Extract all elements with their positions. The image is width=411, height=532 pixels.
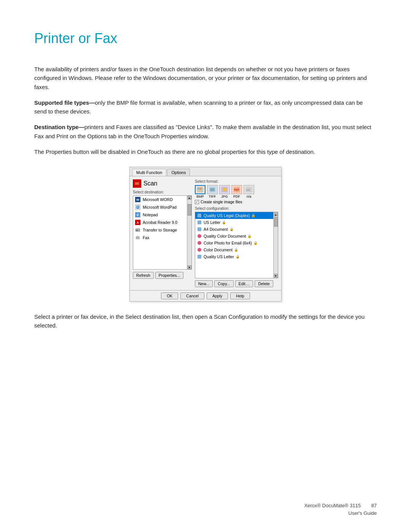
config-item-quality-us-letter[interactable]: Quality US Letter 🔒	[195, 253, 278, 260]
footer-brand: Xerox® DocuMate® 3115 87	[304, 502, 377, 510]
notepad-icon	[135, 212, 141, 218]
format-tiff[interactable]: TIFF	[207, 185, 218, 198]
config-item-us-letter[interactable]: US Letter 🔒	[195, 219, 278, 226]
delete-button[interactable]: Delete	[255, 280, 273, 287]
scan-app-icon	[133, 179, 141, 188]
checkbox-label: Create single image files	[201, 200, 242, 204]
dest-item-storage[interactable]: Transfer to Storage	[133, 226, 191, 234]
dest-item-acrobat-label: Acrobat Reader 9.0	[143, 220, 177, 225]
paragraph-2: Supported file types—only the BMP file f…	[34, 98, 377, 116]
config-item-quality-color[interactable]: Quality Color Document 🔒	[195, 233, 278, 240]
format-bmp[interactable]: BMP	[195, 185, 206, 198]
refresh-button[interactable]: Refresh	[133, 272, 154, 279]
copy-button[interactable]: Copy...	[214, 280, 233, 287]
lock-icon-2: 🔒	[229, 227, 234, 231]
svg-rect-12	[137, 236, 139, 237]
svg-rect-9	[136, 229, 140, 230]
storage-icon	[135, 227, 141, 233]
lock-icon-6: 🔒	[236, 255, 240, 259]
dest-item-wordpad[interactable]: Microsoft WordPad	[133, 203, 191, 211]
config-label-3: Quality Color Document	[204, 234, 246, 238]
ok-button[interactable]: OK	[161, 292, 178, 299]
svg-point-29	[198, 241, 201, 245]
svg-rect-25	[198, 214, 201, 217]
dialog-tab-bar: Multi Function Options	[130, 167, 281, 176]
svg-rect-31	[198, 255, 201, 259]
config-item-color-photo[interactable]: Color Photo for Email (6x4) 🔒	[195, 240, 278, 246]
single-image-checkbox[interactable]: ✓	[195, 200, 199, 204]
tab-multi-function[interactable]: Multi Function	[132, 169, 166, 176]
svg-point-30	[198, 248, 201, 252]
format-bmp-label: BMP	[196, 195, 204, 198]
dest-item-fax[interactable]: Fax	[133, 234, 191, 241]
dest-item-word-label: Microsoft WORD	[143, 197, 173, 202]
paragraph-2-bold: Supported file types—	[34, 99, 95, 106]
config-icon-5	[197, 247, 202, 252]
config-label-4: Color Photo for Email (6x4)	[204, 241, 252, 245]
dest-item-storage-label: Transfer to Storage	[143, 228, 177, 232]
config-label-0: Quality US Legal (Duplex)	[204, 213, 250, 218]
format-jpg[interactable]: JPG	[219, 185, 230, 198]
config-item-quality-us-legal[interactable]: Quality US Legal (Duplex) 🔒	[195, 212, 278, 219]
page-footer: Xerox® DocuMate® 3115 87 User's Guide	[304, 502, 377, 517]
dialog-left-panel: Scan Select destination: W Microsoft WOR…	[133, 179, 192, 287]
format-na[interactable]: n/a n/a	[244, 185, 254, 198]
edit-button[interactable]: Edit....	[235, 280, 253, 287]
paragraph-3-bold: Destination type—	[34, 124, 84, 130]
destination-list[interactable]: W Microsoft WORD Microsoft WordPad	[133, 195, 192, 270]
config-item-color-doc[interactable]: Color Document 🔒	[195, 246, 278, 253]
word-icon: W	[135, 197, 141, 203]
dest-item-notepad[interactable]: Notepad	[133, 211, 191, 219]
acrobat-icon: A	[135, 219, 141, 225]
config-item-a4[interactable]: A4 Document 🔒	[195, 226, 278, 233]
dest-item-fax-label: Fax	[143, 235, 150, 240]
format-tiff-label: TIFF	[209, 195, 216, 198]
dialog-footer: OK Cancel Apply Help	[130, 290, 281, 301]
apply-button[interactable]: Apply	[207, 292, 228, 299]
dest-item-wordpad-label: Microsoft WordPad	[143, 205, 177, 209]
lock-icon-3: 🔒	[247, 234, 252, 238]
config-icon-6	[197, 254, 202, 259]
page-number: 87	[371, 503, 377, 508]
paragraph-4: The Properties button will be disabled i…	[34, 147, 377, 156]
lock-icon-5: 🔒	[234, 248, 238, 252]
format-label: Select format:	[195, 179, 278, 184]
wordpad-icon	[135, 204, 141, 210]
lock-icon-1: 🔒	[222, 220, 226, 224]
paragraph-1: The availability of printers and/or faxe…	[34, 65, 377, 91]
format-icons-row: BMP TIFF JPG	[195, 185, 278, 198]
footer-paragraph: Select a printer or fax device, in the S…	[34, 312, 377, 330]
new-button[interactable]: New...	[195, 280, 213, 287]
tab-options[interactable]: Options	[167, 169, 190, 176]
lock-icon-0: 🔒	[251, 214, 255, 217]
config-list-scrollbar[interactable]: ▲ ▼	[273, 212, 278, 278]
svg-text:PDF: PDF	[234, 189, 240, 191]
format-pdf[interactable]: PDF PDF	[231, 185, 242, 198]
svg-rect-15	[198, 188, 199, 190]
config-label-2: A4 Document	[204, 227, 228, 232]
fax-icon	[135, 235, 141, 241]
format-jpg-label: JPG	[221, 195, 228, 198]
svg-rect-7	[137, 215, 138, 216]
config-list[interactable]: Quality US Legal (Duplex) 🔒 US Letter 🔒	[195, 212, 278, 278]
dest-list-scrollbar[interactable]: ▲ ▼	[187, 196, 191, 269]
page-container: Printer or Fax The availability of print…	[0, 0, 411, 532]
cancel-button[interactable]: Cancel	[180, 292, 204, 299]
properties-button[interactable]: Properties...	[155, 272, 184, 279]
config-icon-2	[197, 227, 202, 232]
dialog-right-panel: Select format: BMP T	[195, 179, 278, 287]
svg-rect-4	[137, 207, 139, 208]
footer-guide: User's Guide	[304, 510, 377, 517]
svg-point-20	[223, 188, 226, 192]
svg-rect-3	[137, 206, 139, 207]
config-label-1: US Letter	[204, 220, 220, 225]
svg-point-10	[139, 230, 140, 231]
svg-rect-11	[136, 236, 140, 239]
dest-item-word[interactable]: W Microsoft WORD	[133, 196, 191, 203]
dest-item-acrobat[interactable]: A Acrobat Reader 9.0	[133, 219, 191, 226]
format-pdf-label: PDF	[233, 195, 240, 198]
config-icon-1	[197, 220, 202, 225]
svg-rect-13	[137, 238, 139, 238]
dialog-body: Scan Select destination: W Microsoft WOR…	[130, 176, 281, 290]
help-button[interactable]: Help	[230, 292, 250, 299]
